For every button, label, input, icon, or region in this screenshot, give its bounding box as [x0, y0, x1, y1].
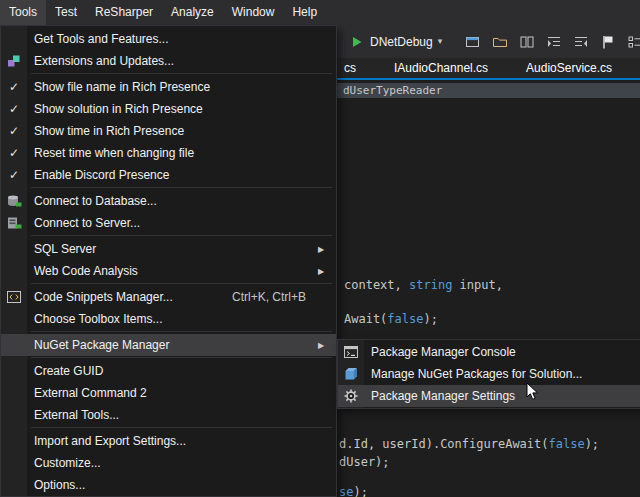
- mouse-cursor: [526, 382, 540, 402]
- debug-target-dropdown[interactable]: DNetDebug ▾: [344, 32, 447, 52]
- menu-item-options[interactable]: Options...: [1, 474, 336, 496]
- menu-item-get-tools-and-features[interactable]: Get Tools and Features...: [1, 28, 336, 50]
- navigation-bar-text: dUserTypeReader: [343, 84, 442, 97]
- code-token: Await(: [344, 312, 387, 326]
- server-icon: [6, 215, 22, 231]
- menu-separator: [31, 187, 332, 188]
- tab-iaudiochannel-cs[interactable]: IAudioChannel.cs: [388, 58, 494, 78]
- snippets-icon: [1, 289, 27, 305]
- menubar-item-resharper[interactable]: ReSharper: [86, 0, 162, 25]
- code-token: false: [549, 437, 585, 451]
- menu-item-label: Enable Discord Presence: [27, 168, 318, 182]
- chevron-down-icon: ▾: [438, 37, 443, 46]
- menu-separator: [31, 73, 332, 74]
- menu-separator: [31, 427, 332, 428]
- menu-item-shortcut: Ctrl+K, Ctrl+B: [232, 290, 318, 304]
- toolbar-icons: [465, 34, 640, 50]
- menu-item-nuget-package-manager[interactable]: NuGet Package Manager▶: [1, 334, 336, 356]
- menu-item-choose-toolbox-items[interactable]: Choose Toolbox Items...: [1, 308, 336, 330]
- menu-separator: [31, 235, 332, 236]
- menu-item-label: NuGet Package Manager: [27, 338, 318, 352]
- code-line: d.Id, userId).ConfigureAwait(false);: [339, 437, 599, 451]
- outdent-lines-icon[interactable]: [573, 34, 589, 50]
- check-icon: ✓: [1, 168, 27, 182]
- gear-icon: [338, 388, 364, 404]
- tools-menu: Get Tools and Features...Extensions and …: [0, 25, 337, 497]
- task-list-icon[interactable]: [627, 34, 640, 50]
- tab-cs[interactable]: cs: [338, 58, 362, 78]
- submenu-arrow-icon: ▶: [318, 267, 336, 276]
- menu-item-manage-nuget-packages-for-solution[interactable]: Manage NuGet Packages for Solution...: [338, 363, 640, 385]
- menu-item-package-manager-console[interactable]: Package Manager Console: [338, 341, 640, 363]
- extensions-icon: [6, 53, 22, 69]
- menu-item-enable-discord-presence[interactable]: ✓Enable Discord Presence: [1, 164, 336, 186]
- menu-separator: [31, 331, 332, 332]
- code-token: );: [423, 312, 437, 326]
- menubar-item-help[interactable]: Help: [283, 0, 326, 25]
- menu-item-label: Package Manager Console: [364, 345, 628, 359]
- menu-item-reset-time-when-changing-file[interactable]: ✓Reset time when changing file: [1, 142, 336, 164]
- menu-item-label: Create GUID: [27, 364, 318, 378]
- code-line: dUser);: [339, 455, 390, 469]
- menubar-item-window[interactable]: Window: [223, 0, 284, 25]
- indent-lines-icon[interactable]: [546, 34, 562, 50]
- menu-item-label: External Command 2: [27, 386, 318, 400]
- code-token: context,: [344, 278, 409, 292]
- menu-item-sql-server[interactable]: SQL Server▶: [1, 238, 336, 260]
- vs-window: context, string input,Await(false);d.Id,…: [0, 0, 640, 497]
- check-icon: ✓: [1, 80, 27, 94]
- menu-item-connect-to-database[interactable]: Connect to Database...: [1, 190, 336, 212]
- menu-item-label: Get Tools and Features...: [27, 32, 318, 46]
- debug-target-label: DNetDebug: [370, 35, 433, 49]
- split-columns-icon[interactable]: [519, 34, 535, 50]
- menu-separator: [31, 283, 332, 284]
- menu-item-external-tools[interactable]: External Tools...: [1, 404, 336, 426]
- menu-item-label: Show solution in Rich Presence: [27, 102, 318, 116]
- attach-icon[interactable]: [465, 34, 481, 50]
- menu-item-web-code-analysis[interactable]: Web Code Analysis▶: [1, 260, 336, 282]
- menubar-item-analyze[interactable]: Analyze: [162, 0, 223, 25]
- menu-item-external-command-2[interactable]: External Command 2: [1, 382, 336, 404]
- extensions-icon: [1, 53, 27, 69]
- menu-item-label: External Tools...: [27, 408, 318, 422]
- open-folder-icon[interactable]: [492, 34, 508, 50]
- menu-item-label: Code Snippets Manager...: [27, 290, 232, 304]
- menubar-item-tools[interactable]: Tools: [0, 0, 46, 25]
- code-token: input,: [452, 278, 503, 292]
- menu-item-label: Choose Toolbox Items...: [27, 312, 318, 326]
- menu-item-package-manager-settings[interactable]: Package Manager Settings: [338, 385, 640, 407]
- check-icon: ✓: [1, 124, 27, 138]
- menu-item-label: Customize...: [27, 456, 318, 470]
- menu-item-customize[interactable]: Customize...: [1, 452, 336, 474]
- code-token: dUser);: [339, 455, 390, 469]
- console-icon: [338, 344, 364, 360]
- code-token: false: [387, 312, 423, 326]
- menu-item-label: Import and Export Settings...: [27, 434, 318, 448]
- console-icon: [343, 344, 359, 360]
- menu-item-label: Web Code Analysis: [27, 264, 318, 278]
- code-token: );: [353, 485, 367, 497]
- code-token: );: [585, 437, 599, 451]
- menu-item-label: Show time in Rich Presence: [27, 124, 318, 138]
- menu-bar: ToolsTestReSharperAnalyzeWindowHelp: [0, 0, 640, 25]
- menu-item-label: Package Manager Settings: [364, 389, 628, 403]
- menu-item-show-solution-in-rich-presence[interactable]: ✓Show solution in Rich Presence: [1, 98, 336, 120]
- menu-item-show-time-in-rich-presence[interactable]: ✓Show time in Rich Presence: [1, 120, 336, 142]
- menubar-item-test[interactable]: Test: [46, 0, 86, 25]
- menu-item-label: Connect to Server...: [27, 216, 318, 230]
- code-line: context, string input,: [344, 278, 503, 292]
- menu-item-code-snippets-manager[interactable]: Code Snippets Manager...Ctrl+K, Ctrl+B: [1, 286, 336, 308]
- tab-audioservice-cs[interactable]: AudioService.cs: [520, 58, 618, 78]
- menu-item-label: Options...: [27, 478, 318, 492]
- check-icon: ✓: [1, 146, 27, 160]
- manage-packages-icon: [343, 366, 359, 382]
- menu-item-import-and-export-settings[interactable]: Import and Export Settings...: [1, 430, 336, 452]
- menu-item-show-file-name-in-rich-presence[interactable]: ✓Show file name in Rich Presence: [1, 76, 336, 98]
- menu-item-label: Connect to Database...: [27, 194, 318, 208]
- menu-item-label: Extensions and Updates...: [27, 54, 318, 68]
- menu-item-connect-to-server[interactable]: Connect to Server...: [1, 212, 336, 234]
- snippets-icon: [6, 289, 22, 305]
- menu-item-extensions-and-updates[interactable]: Extensions and Updates...: [1, 50, 336, 72]
- bookmark-icon[interactable]: [600, 34, 616, 50]
- menu-item-create-guid[interactable]: Create GUID: [1, 360, 336, 382]
